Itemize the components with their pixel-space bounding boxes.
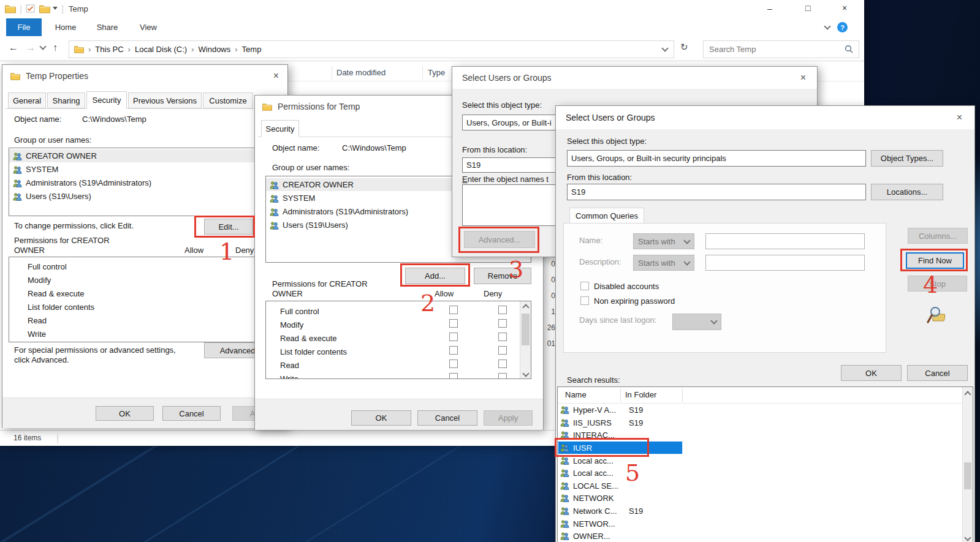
allow-checkbox-read[interactable] bbox=[449, 359, 458, 368]
tab-general[interactable]: General bbox=[8, 92, 46, 108]
minimize-button[interactable]: – bbox=[767, 4, 772, 13]
refresh-icon[interactable]: ↻ bbox=[680, 42, 688, 53]
search-input[interactable]: Search Temp bbox=[703, 40, 859, 58]
disabled-accounts-checkbox[interactable] bbox=[580, 282, 589, 290]
scrollbar-down-icon[interactable] bbox=[963, 535, 973, 540]
column-header-type[interactable]: Type bbox=[428, 68, 445, 77]
non-expiring-password-checkbox[interactable] bbox=[580, 296, 589, 305]
allow-checkbox-modify[interactable] bbox=[449, 319, 458, 328]
object-type-field[interactable]: Users, Groups, or Built-in security prin… bbox=[567, 150, 866, 167]
locations-button[interactable]: Locations... bbox=[871, 184, 943, 200]
maximize-button[interactable]: □ bbox=[805, 3, 810, 13]
results-col-name[interactable]: Name bbox=[565, 390, 587, 399]
deny-checkbox-write[interactable] bbox=[498, 373, 507, 379]
results-col-separator[interactable] bbox=[620, 388, 621, 402]
object-types-button[interactable]: Object Types... bbox=[871, 150, 943, 167]
breadcrumb-windows[interactable]: Windows bbox=[199, 45, 231, 54]
tab-security[interactable]: Security bbox=[261, 120, 299, 137]
results-col-in-folder[interactable]: In Folder bbox=[625, 390, 656, 399]
allow-checkbox-list-folder[interactable] bbox=[449, 346, 458, 355]
scrollbar-thumb[interactable] bbox=[522, 314, 530, 345]
tab-security[interactable]: Security bbox=[86, 91, 127, 109]
allow-checkbox-write[interactable] bbox=[449, 373, 458, 379]
deny-checkbox-read[interactable] bbox=[498, 359, 507, 368]
qat-customize-chevron-icon[interactable] bbox=[53, 7, 58, 10]
cancel-button[interactable]: Cancel bbox=[907, 365, 968, 381]
deny-checkbox-list-folder[interactable] bbox=[498, 346, 507, 355]
select-back-close-icon[interactable]: × bbox=[800, 73, 806, 83]
group-row-system[interactable]: SYSTEM bbox=[9, 163, 281, 176]
result-row[interactable]: Local acc... bbox=[558, 467, 962, 479]
results-header: Name In Folder bbox=[558, 387, 973, 404]
ok-button[interactable]: OK bbox=[351, 410, 411, 426]
permissions-scrollbar[interactable] bbox=[520, 301, 531, 378]
scrollbar-down-icon[interactable] bbox=[520, 371, 531, 376]
scrollbar-up-icon[interactable] bbox=[963, 390, 973, 397]
deny-checkbox-modify[interactable] bbox=[498, 319, 507, 328]
help-icon[interactable]: ? bbox=[837, 22, 848, 32]
tab-file[interactable]: File bbox=[6, 18, 42, 36]
permissions-checkbox-list[interactable]: Full control Modify Read & execute List … bbox=[265, 301, 531, 379]
result-row[interactable]: IIS_IUSRS S19 bbox=[558, 416, 962, 429]
tab-share[interactable]: Share bbox=[91, 18, 124, 36]
scrollbar-thumb[interactable] bbox=[964, 462, 971, 489]
breadcrumb-local-disk[interactable]: Local Disk (C:) bbox=[135, 45, 187, 54]
result-row[interactable]: Network C... S19 bbox=[558, 505, 962, 517]
tab-view[interactable]: View bbox=[134, 18, 163, 36]
result-row[interactable]: Hyper-V A... S19 bbox=[558, 404, 962, 416]
deny-checkbox-read-execute[interactable] bbox=[498, 333, 507, 341]
results-col-separator[interactable] bbox=[682, 388, 683, 402]
result-row[interactable]: NETWOR... bbox=[558, 518, 962, 530]
allow-checkbox-read-execute[interactable] bbox=[449, 333, 458, 341]
scrollbar-up-icon[interactable] bbox=[520, 303, 531, 310]
ok-button[interactable]: OK bbox=[841, 365, 902, 381]
group-row-administrators[interactable]: Administrators (S19\Administrators) bbox=[9, 176, 281, 189]
cancel-button[interactable]: Cancel bbox=[417, 410, 477, 426]
common-queries-tab[interactable]: Common Queries bbox=[569, 208, 644, 224]
permissions-listbox[interactable]: Full control Modify Read & execute List … bbox=[9, 257, 282, 342]
select-users-dialog-front: Select Users or Groups × Select this obj… bbox=[555, 105, 975, 542]
cancel-button[interactable]: Cancel bbox=[162, 406, 221, 421]
location-field[interactable]: S19 bbox=[567, 184, 866, 200]
group-row-creator-owner[interactable]: CREATOR OWNER bbox=[9, 149, 281, 162]
column-separator[interactable] bbox=[332, 66, 332, 80]
properties-close-icon[interactable]: × bbox=[273, 71, 279, 81]
result-row[interactable]: NETWORK bbox=[558, 492, 962, 504]
tab-home[interactable]: Home bbox=[50, 18, 81, 36]
object-name-label: Object name: bbox=[14, 115, 61, 124]
allow-header: Allow bbox=[435, 289, 454, 298]
search-results-label: Search results: bbox=[567, 375, 620, 385]
results-scrollbar[interactable] bbox=[962, 387, 973, 542]
address-dropdown-chevron-icon[interactable] bbox=[661, 45, 668, 51]
ok-button[interactable]: OK bbox=[96, 406, 154, 421]
tab-customize[interactable]: Customize bbox=[203, 92, 253, 108]
result-row[interactable]: LOCAL SE... bbox=[558, 480, 962, 492]
tab-sharing[interactable]: Sharing bbox=[47, 92, 85, 108]
name-input[interactable] bbox=[705, 233, 865, 249]
allow-checkbox-full-control[interactable] bbox=[449, 306, 458, 314]
group-label: Users (S19\Users) bbox=[26, 192, 91, 201]
search-results-list[interactable]: Name In Folder Hyper-V A... S19 IIS_IUSR… bbox=[557, 386, 973, 542]
column-separator[interactable] bbox=[422, 66, 423, 80]
dropdown-value: Starts with bbox=[638, 237, 675, 246]
description-input[interactable] bbox=[705, 255, 865, 271]
breadcrumb-temp[interactable]: Temp bbox=[242, 45, 262, 54]
history-chevron-icon[interactable] bbox=[39, 43, 46, 50]
qat-new-folder-icon[interactable] bbox=[39, 4, 50, 13]
search-icon[interactable] bbox=[845, 45, 853, 53]
select-front-close-icon[interactable]: × bbox=[957, 113, 962, 122]
result-row[interactable]: OWNER... bbox=[558, 530, 962, 542]
close-button[interactable]: × bbox=[842, 3, 847, 13]
group-names-listbox[interactable]: CREATOR OWNER SYSTEM Administrators (S19… bbox=[9, 148, 282, 216]
ribbon-expand-chevron-icon[interactable] bbox=[824, 23, 830, 29]
address-bar[interactable]: › This PC › Local Disk (C:) › Windows › … bbox=[69, 40, 674, 58]
permissions-for-label-line2: OWNER bbox=[14, 246, 45, 255]
column-header-date-modified[interactable]: Date modified bbox=[336, 68, 386, 77]
deny-checkbox-full-control[interactable] bbox=[498, 306, 507, 314]
qat-properties-check-icon[interactable] bbox=[26, 4, 36, 13]
back-icon[interactable]: ← bbox=[9, 42, 18, 53]
up-icon[interactable]: ↑ bbox=[53, 42, 58, 53]
group-row-users[interactable]: Users (S19\Users) bbox=[9, 190, 281, 203]
tab-previous-versions[interactable]: Previous Versions bbox=[128, 92, 202, 108]
breadcrumb-this-pc[interactable]: This PC bbox=[95, 45, 123, 54]
